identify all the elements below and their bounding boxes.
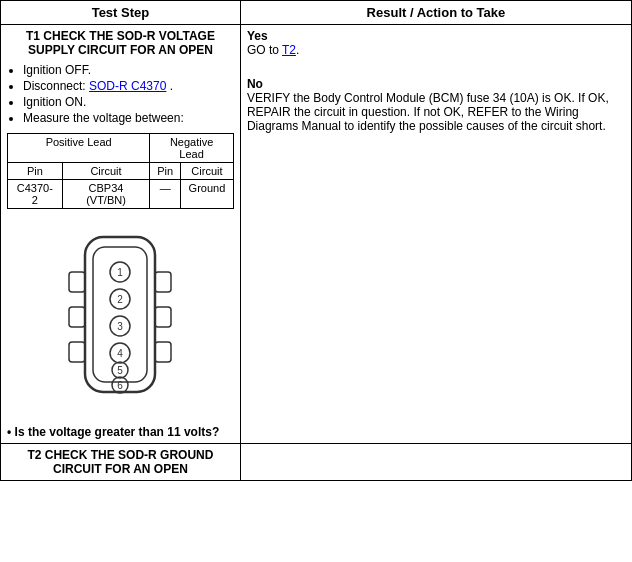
row-pos-pin: C4370-2	[8, 180, 63, 209]
col-header-result: Result / Action to Take	[240, 1, 631, 25]
step-t2-cell: T2 CHECK THE SOD-R GROUND CIRCUIT FOR AN…	[1, 444, 241, 481]
svg-text:5: 5	[118, 365, 124, 376]
row-pos-circuit: CBP34 (VT/BN)	[62, 180, 150, 209]
result-no-block: No VERIFY the Body Control Module (BCM) …	[247, 77, 625, 133]
col-circuit-neg: Circuit	[181, 163, 234, 180]
measurement-table: Positive Lead Negative Lead Pin Circuit …	[7, 133, 234, 209]
col-header-step: Test Step	[1, 1, 241, 25]
step-t1-title: T1 CHECK THE SOD-R VOLTAGE SUPPLY CIRCUI…	[7, 29, 234, 57]
svg-text:3: 3	[118, 321, 124, 332]
col-pin-pos: Pin	[8, 163, 63, 180]
step-t1-cell: T1 CHECK THE SOD-R VOLTAGE SUPPLY CIRCUI…	[1, 25, 241, 444]
svg-text:6: 6	[118, 380, 124, 391]
yes-action: GO to T2.	[247, 43, 300, 57]
positive-lead-header: Positive Lead	[8, 134, 150, 163]
svg-rect-7	[155, 342, 171, 362]
step-t2-title: T2 CHECK THE SOD-R GROUND CIRCUIT FOR AN…	[7, 448, 234, 476]
no-label: No	[247, 77, 263, 91]
svg-text:2: 2	[118, 294, 124, 305]
step-t1-bullets: Ignition OFF. Disconnect: SOD-R C4370 . …	[23, 63, 234, 125]
col-circuit-pos: Circuit	[62, 163, 150, 180]
t2-link[interactable]: T2	[282, 43, 296, 57]
step-t1-question: • Is the voltage greater than 11 volts?	[7, 425, 234, 439]
main-table: Test Step Result / Action to Take T1 CHE…	[0, 0, 632, 481]
result-yes-block: Yes GO to T2.	[247, 29, 625, 57]
row-neg-pin: —	[150, 180, 181, 209]
bullet-4: Measure the voltage between:	[23, 111, 234, 125]
result-t1-cell: Yes GO to T2. No VERIFY the Body Control…	[240, 25, 631, 444]
svg-rect-3	[69, 307, 85, 327]
svg-rect-2	[69, 272, 85, 292]
result-t2-cell	[240, 444, 631, 481]
negative-lead-header: Negative Lead	[150, 134, 234, 163]
svg-rect-5	[155, 272, 171, 292]
svg-text:1: 1	[118, 267, 124, 278]
bullet-3: Ignition ON.	[23, 95, 234, 109]
row-neg-circuit: Ground	[181, 180, 234, 209]
svg-rect-4	[69, 342, 85, 362]
connector-diagram: 1 2 3 4 5	[55, 217, 185, 417]
svg-text:4: 4	[118, 348, 124, 359]
connector-link[interactable]: SOD-R C4370	[89, 79, 166, 93]
no-action: VERIFY the Body Control Module (BCM) fus…	[247, 91, 609, 133]
yes-label: Yes	[247, 29, 268, 43]
bullet-1: Ignition OFF.	[23, 63, 234, 77]
step-t1-content: Ignition OFF. Disconnect: SOD-R C4370 . …	[7, 63, 234, 439]
svg-rect-6	[155, 307, 171, 327]
bullet-2: Disconnect: SOD-R C4370 .	[23, 79, 234, 93]
col-pin-neg: Pin	[150, 163, 181, 180]
